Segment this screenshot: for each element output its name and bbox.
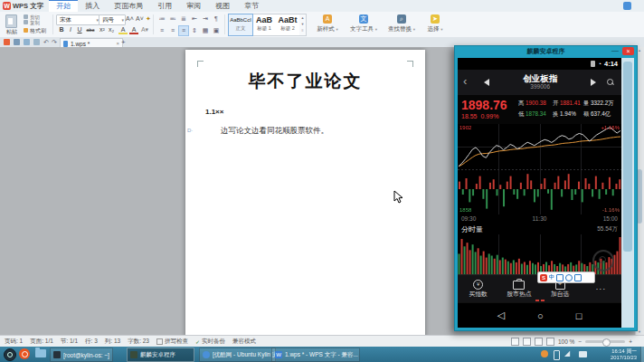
nav-recents-button[interactable]: □ (576, 310, 582, 321)
language-mode-icon[interactable]: 中 (549, 273, 554, 281)
align-justify-button[interactable]: ≡ (178, 25, 189, 36)
increase-indent-button[interactable]: ⇥ (200, 14, 211, 24)
tab-view[interactable]: 视图 (208, 0, 237, 12)
grow-font-button[interactable]: A˄ (126, 15, 134, 22)
wps-menu-icon[interactable] (4, 39, 10, 45)
next-stock-icon[interactable] (591, 79, 596, 86)
market-hotspot-button[interactable]: 股市热点 (498, 280, 539, 298)
buy-index-button[interactable]: ¥ 买指数 (458, 280, 498, 298)
font-name-select[interactable]: 宋体▾ (56, 14, 100, 25)
close-icon[interactable]: × (622, 47, 634, 55)
tab-page-layout[interactable]: 页面布局 (107, 0, 150, 12)
zoom-slider-thumb[interactable] (602, 338, 611, 347)
zoom-in-icon[interactable]: + (629, 338, 632, 345)
highlight-color-button[interactable]: A (118, 25, 128, 34)
superscript-button[interactable]: x² (98, 25, 107, 34)
print-icon[interactable] (33, 39, 40, 45)
shrink-font-button[interactable]: A˅ (136, 15, 144, 22)
mic-icon[interactable] (565, 274, 573, 281)
start-menu-button[interactable] (4, 348, 16, 361)
italic-button[interactable]: I (66, 25, 75, 34)
battery-icon[interactable] (554, 350, 560, 360)
number-list-button[interactable]: ≕ (167, 14, 178, 24)
bullet-list-button[interactable]: ≔ (156, 14, 167, 24)
bold-button[interactable]: B (57, 25, 66, 34)
task-terminal[interactable]: [root@kylin-os: ~] (50, 348, 113, 362)
shading-button[interactable]: ▦ (200, 25, 211, 36)
multilevel-list-button[interactable]: ≣ (178, 14, 189, 24)
close-document-icon[interactable]: × (116, 41, 119, 46)
wps-logo[interactable]: W WPS 文字 (0, 2, 49, 11)
index-title-block[interactable]: 创业板指 399006 (489, 74, 591, 90)
style-heading2[interactable]: AaBt 标题 2 (276, 14, 299, 35)
select-button[interactable]: ➤ 选择 ▾ (423, 14, 447, 33)
tab-insert[interactable]: 插入 (78, 0, 107, 12)
font-color-button[interactable]: A (129, 25, 138, 34)
settings-icon[interactable] (574, 274, 582, 281)
underline-button[interactable]: U (75, 25, 84, 34)
styles-gallery-scroll[interactable]: ▲▼≡ (299, 14, 307, 36)
sogou-input-icon[interactable]: S (540, 274, 547, 281)
nav-back-button[interactable]: ◁ (497, 310, 505, 321)
minimize-icon[interactable]: — (611, 46, 619, 55)
show-marks-button[interactable]: ¶ (211, 14, 222, 24)
taskbar-clock[interactable]: 16:14 周一 2017/10/23 (593, 348, 637, 360)
line-spacing-button[interactable]: ⇕ (189, 25, 200, 36)
decrease-indent-button[interactable]: ⇤ (189, 14, 200, 24)
copy-button[interactable]: 复制 (24, 20, 40, 26)
tab-section[interactable]: 章节 (237, 0, 266, 12)
zoom-slider[interactable] (585, 340, 625, 343)
volume-chart[interactable] (458, 234, 621, 274)
text-tool-button[interactable]: 文 文字工具 ▾ (347, 14, 380, 33)
save-icon[interactable] (14, 39, 20, 45)
font-size-select[interactable]: 四号▾ (99, 14, 126, 25)
input-method-tray-icon[interactable] (579, 351, 587, 357)
more-button[interactable]: ··· (581, 285, 621, 293)
char-shading-button[interactable]: A▾ (140, 25, 149, 34)
kylin-launcher-icon[interactable] (19, 348, 30, 359)
phone-window-titlebar[interactable]: 麒麟安卓程序 (455, 46, 637, 57)
task-browser[interactable]: [优酷网 - Ubuntu Kylin 浏... (199, 348, 276, 362)
new-style-button[interactable]: A 新样式 ▾ (313, 14, 342, 33)
status-spellcheck[interactable]: 拼写检查 (156, 338, 188, 346)
style-normal[interactable]: AaBbCcI 正文 (229, 14, 252, 35)
view-mode-1-icon[interactable] (511, 338, 519, 346)
document-heading[interactable]: 1.1×× (205, 108, 223, 116)
redo-icon[interactable]: ↷ (52, 37, 57, 47)
status-word-count[interactable]: 字数: 23 (128, 338, 149, 346)
show-desktop-button[interactable] (640, 347, 644, 362)
document-page[interactable]: 毕不了业论文 1.1×× 边写论文边看同花顺股票软件。 D· (185, 50, 425, 335)
undo-icon[interactable]: ↶ (43, 37, 49, 47)
zoom-out-icon[interactable]: − (578, 338, 582, 345)
view-mode-4-icon[interactable] (546, 338, 554, 346)
new-document-tab-button[interactable]: + (121, 37, 126, 47)
emulator-scroll-gutter[interactable] (621, 58, 634, 328)
subscript-button[interactable]: x₂ (107, 25, 116, 34)
output-icon[interactable] (24, 39, 30, 45)
keyboard-icon[interactable] (556, 274, 564, 281)
minute-chart[interactable]: 1902 +1.16% 1858 -1.16% (458, 124, 621, 214)
clear-format-icon[interactable]: ✦ (146, 15, 151, 23)
tray-updater-icon[interactable] (541, 350, 548, 357)
view-mode-3-icon[interactable] (535, 338, 543, 346)
wps-account-icon[interactable] (623, 2, 631, 10)
strikethrough-button[interactable]: abc (84, 25, 97, 34)
emulator-scroll-thumb[interactable] (623, 62, 632, 252)
border-button[interactable]: ▣ (211, 25, 222, 36)
format-painter-button[interactable]: 格式刷 (24, 27, 46, 35)
tab-review[interactable]: 审阅 (179, 0, 208, 12)
back-chevron-icon[interactable]: ‹ (458, 74, 471, 90)
task-android-emulator[interactable]: 麒麟安卓程序 (127, 348, 194, 362)
zoom-level[interactable]: 100 % (558, 338, 574, 345)
input-method-toolbar[interactable]: S 中 (537, 272, 595, 283)
paste-button[interactable] (5, 14, 17, 28)
file-manager-icon[interactable] (35, 349, 46, 357)
style-heading1[interactable]: AaB 标题 1 (252, 14, 276, 35)
align-center-button[interactable]: ≡ (167, 25, 178, 36)
volume-icon[interactable]: ◢ (564, 349, 570, 357)
document-body-text[interactable]: 边写论文边看同花顺股票软件。 (205, 126, 409, 137)
view-mode-2-icon[interactable] (523, 338, 531, 346)
tab-references[interactable]: 引用 (150, 0, 179, 12)
task-wps[interactable]: W 1.wps * - WPS 文字 - 兼容... (271, 348, 360, 362)
align-left-button[interactable]: ≡ (156, 25, 167, 36)
